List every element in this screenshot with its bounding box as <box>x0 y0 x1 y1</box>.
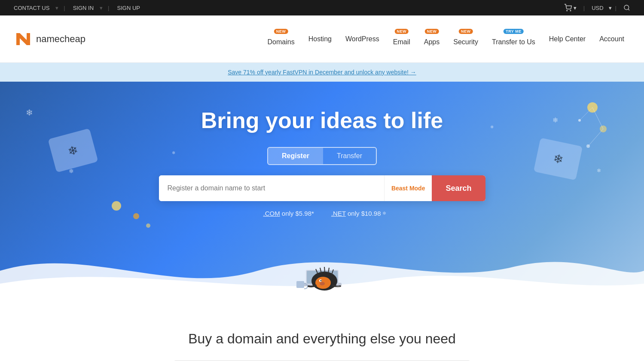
nav-item-hosting[interactable]: Hosting <box>302 32 338 46</box>
hero-section: ❄ ❄ ❄ ❄ ❄ ❄ ❄ ❄ ❄ ❄ Bring your ideas to … <box>0 82 644 305</box>
nav-label-transfer: Transfer to Us <box>492 38 535 46</box>
svg-line-7 <box>588 129 603 146</box>
sign-up-link[interactable]: SIGN UP <box>114 3 143 13</box>
hero-title: Bring your ideas to life <box>201 107 443 133</box>
search-tab-toggle: Register Transfer <box>267 147 377 165</box>
domain-prices: .COM only $5.98* .NET only $10.98 <box>263 210 381 217</box>
nav-item-help[interactable]: Help Center <box>543 32 592 46</box>
divider-4: | <box>108 5 109 11</box>
svg-line-10 <box>580 107 592 120</box>
star-cluster <box>524 95 610 180</box>
nav-label-domains: Domains <box>268 38 295 46</box>
snowflake-6: ❄ <box>490 125 494 129</box>
domain-search-input[interactable] <box>159 175 384 201</box>
search-bar: Beast Mode Search <box>159 175 485 201</box>
logo[interactable]: namecheap <box>14 30 85 49</box>
bottom-title: Buy a domain and everything else you nee… <box>14 331 630 347</box>
nav-items: NEWDomainsHostingWordPressNEWEmailNEWApp… <box>262 29 630 49</box>
logo-text: namecheap <box>36 34 85 45</box>
snowflake-7: ❄ <box>382 211 386 216</box>
orb-2 <box>133 213 139 219</box>
svg-point-8 <box>586 144 590 148</box>
mascot-hedgehog <box>284 252 361 303</box>
nav-item-email[interactable]: NEWEmail <box>387 29 416 49</box>
top-bar: CONTACT US ▾ | SIGN IN ▾ | SIGN UP ▾ | U… <box>0 0 644 15</box>
svg-line-3 <box>628 9 629 10</box>
nav-item-account[interactable]: Account <box>593 32 630 46</box>
svg-rect-14 <box>296 281 304 288</box>
hero-card-left: ❄ <box>48 128 98 172</box>
svg-point-24 <box>320 282 325 285</box>
nav-badge-domains: NEW <box>274 29 288 34</box>
nav-badge-security: NEW <box>459 29 473 34</box>
divider-3: ▾ <box>100 5 103 11</box>
promo-banner: Save 71% off yearly FastVPN in December … <box>0 63 644 82</box>
contact-us-link[interactable]: CONTACT US <box>10 3 53 13</box>
orb-1 <box>112 201 121 211</box>
main-nav: namecheap NEWDomainsHostingWordPressNEWE… <box>0 15 644 63</box>
sign-in-link[interactable]: SIGN IN <box>70 3 97 13</box>
nav-item-transfer[interactable]: TRY METransfer to Us <box>486 29 541 49</box>
net-price-text: only $10.98 <box>348 210 381 217</box>
cart-label: ▾ <box>574 5 577 11</box>
nav-item-apps[interactable]: NEWApps <box>418 29 446 49</box>
nav-badge-email: NEW <box>395 29 409 34</box>
promo-link[interactable]: Save 71% off yearly FastVPN in December … <box>228 69 416 76</box>
svg-point-23 <box>320 280 321 281</box>
nav-label-email: Email <box>393 38 410 46</box>
snowflake-1: ❄ <box>26 107 33 118</box>
svg-point-2 <box>624 5 629 10</box>
logo-icon <box>14 30 33 49</box>
divider-1: ▾ <box>55 5 58 11</box>
svg-line-18 <box>324 267 325 272</box>
search-button[interactable]: Search <box>432 175 485 201</box>
snowflake-5: ❄ <box>172 150 175 155</box>
com-link[interactable]: .COM <box>263 210 280 217</box>
nav-item-security[interactable]: NEWSecurity <box>447 29 484 49</box>
transfer-tab[interactable]: Transfer <box>323 148 376 164</box>
divider-2: | <box>64 5 65 11</box>
register-tab[interactable]: Register <box>268 148 323 164</box>
cart-button[interactable]: ▾ <box>561 2 580 13</box>
svg-point-0 <box>567 10 568 11</box>
net-price: .NET only $10.98 <box>331 210 381 217</box>
top-search-button[interactable] <box>620 3 634 13</box>
nav-label-account: Account <box>599 35 624 43</box>
top-bar-left: CONTACT US ▾ | SIGN IN ▾ | SIGN UP <box>10 3 143 13</box>
currency-selector[interactable]: USD <box>588 3 607 13</box>
nav-item-wordpress[interactable]: WordPress <box>339 32 385 46</box>
beast-mode-button[interactable]: Beast Mode <box>384 175 432 201</box>
top-bar-right: ▾ | USD ▾ | <box>561 2 634 13</box>
nav-badge-transfer: TRY ME <box>504 29 524 34</box>
nav-label-hosting: Hosting <box>308 35 332 43</box>
svg-point-1 <box>570 10 571 11</box>
com-price: .COM only $5.98* <box>263 210 314 217</box>
nav-label-apps: Apps <box>424 38 440 46</box>
nav-label-security: Security <box>453 38 478 46</box>
mascot-wrap <box>284 252 361 305</box>
svg-line-6 <box>592 107 603 129</box>
orb-3 <box>146 223 150 228</box>
com-price-text: only $5.98* <box>282 210 314 217</box>
net-link[interactable]: .NET <box>331 210 346 217</box>
nav-item-domains[interactable]: NEWDomains <box>262 29 301 49</box>
nav-label-wordpress: WordPress <box>345 35 379 43</box>
bottom-section: Buy a domain and everything else you nee… <box>0 305 644 361</box>
nav-label-help: Help Center <box>549 35 586 43</box>
nav-badge-apps: NEW <box>425 29 439 34</box>
